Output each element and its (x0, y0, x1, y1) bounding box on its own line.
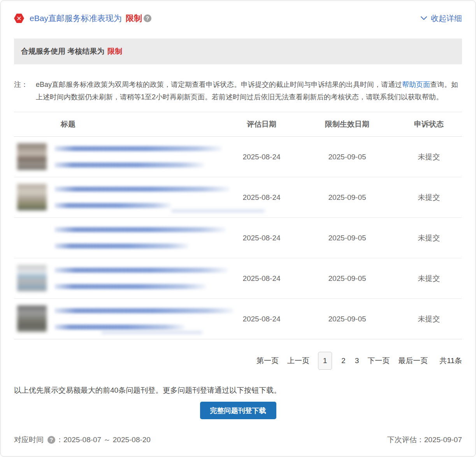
listing-title-blur-lines (54, 227, 225, 249)
bottom-bar: 对应时间 ? ： 2025-08-07 ～ 2025-08-20 下次评估：20… (14, 435, 462, 445)
panel-status-restricted: 限制 (126, 13, 142, 24)
pagination: 第一页 上一页 1 2 3 下一页 最后一页 共11条 (14, 352, 462, 370)
listing-thumbnail-blurred (17, 184, 47, 210)
period-colon: ： (56, 435, 63, 445)
table-row: 2025-08-24 2025-09-05 未提交 (14, 258, 462, 299)
appeal-status-cell: 未提交 (396, 192, 462, 203)
note-body: eBay直邮服务标准政策为双周考核的政策，请定期查看申诉状态。申诉提交的截止时间… (36, 78, 462, 103)
listing-thumbnail-blurred (17, 265, 47, 291)
pagination-page-1-current[interactable]: 1 (318, 352, 332, 370)
table-row: 2025-08-24 2025-09-05 未提交 (14, 177, 462, 218)
listing-title-redacted[interactable] (14, 258, 225, 298)
chevron-down-icon (421, 16, 427, 20)
listing-title-redacted[interactable] (14, 299, 225, 339)
help-question-icon[interactable]: ? (144, 14, 151, 22)
listing-thumbnail-blurred (17, 143, 47, 170)
download-button-row: 完整问题刊登下载 (14, 402, 462, 419)
pagination-first[interactable]: 第一页 (256, 356, 279, 366)
panel-header: ✕ eBay直邮服务标准表现为 限制 ? 收起详细 (14, 12, 462, 25)
period-help-icon[interactable]: ? (47, 436, 55, 444)
appeal-status-cell: 未提交 (396, 233, 462, 243)
collapse-detail-toggle[interactable]: 收起详细 (421, 13, 462, 24)
listing-title-redacted[interactable] (14, 177, 225, 217)
effective-date-cell: 2025-09-05 (299, 274, 396, 283)
next-evaluation: 下次评估：2025-09-07 (387, 435, 462, 445)
pagination-page-3[interactable]: 3 (355, 356, 359, 365)
listing-title-redacted[interactable] (14, 137, 225, 177)
banner-status-restricted: 限制 (107, 46, 122, 56)
pagination-prev[interactable]: 上一页 (287, 356, 309, 366)
effective-date-cell: 2025-09-05 (299, 153, 396, 161)
effective-date-cell: 2025-09-05 (299, 315, 396, 323)
violation-listings-table: 标题 评估日期 限制生效日期 申诉状态 2025-08-24 2025-09-0… (14, 112, 462, 339)
eval-date-cell: 2025-08-24 (225, 315, 299, 323)
pagination-total-count: 共11条 (439, 356, 462, 366)
column-header-title: 标题 (14, 119, 225, 129)
panel-title: eBay直邮服务标准表现为 (30, 13, 122, 24)
column-header-effective-date: 限制生效日期 (299, 119, 396, 129)
download-hint-text: 以上优先展示交易额最大的前40条问题刊登。更多问题刊登请通过以下按钮下载。 (14, 385, 462, 395)
listing-title-blur-lines (54, 187, 225, 212)
eval-date-cell: 2025-08-24 (225, 274, 299, 283)
full-report-download-button[interactable]: 完整问题刊登下载 (200, 402, 276, 419)
listing-thumbnail-blurred (17, 224, 47, 251)
appeal-status-cell: 未提交 (396, 314, 462, 324)
effective-date-cell: 2025-09-05 (299, 193, 396, 202)
table-row: 2025-08-24 2025-09-05 未提交 (14, 218, 462, 258)
column-header-appeal-status: 申诉状态 (396, 119, 462, 129)
banner-text: 合规服务使用 考核结果为 (21, 46, 104, 56)
pagination-next[interactable]: 下一页 (367, 356, 390, 366)
table-header-row: 标题 评估日期 限制生效日期 申诉状态 (14, 112, 462, 137)
assessment-period: 对应时间 ? ： 2025-08-07 ～ 2025-08-20 (14, 435, 151, 445)
period-value: 2025-08-07 ～ 2025-08-20 (63, 435, 151, 445)
listing-title-blur-lines (54, 268, 225, 289)
table-row: 2025-08-24 2025-09-05 未提交 (14, 299, 462, 339)
eval-date-cell: 2025-08-24 (225, 193, 299, 202)
listing-title-blur-lines (54, 308, 225, 334)
pagination-last[interactable]: 最后一页 (398, 356, 428, 366)
note-label: 注： (14, 78, 36, 103)
period-label: 对应时间 (14, 435, 44, 445)
next-eval-label: 下次评估： (387, 436, 424, 444)
eval-date-cell: 2025-08-24 (225, 234, 299, 242)
policy-note: 注： eBay直邮服务标准政策为双周考核的政策，请定期查看申诉状态。申诉提交的截… (14, 78, 462, 103)
next-eval-value: 2025-09-07 (424, 436, 462, 444)
help-page-link[interactable]: 帮助页面 (402, 81, 430, 88)
listing-title-blur-lines (54, 146, 225, 168)
column-header-eval-date: 评估日期 (225, 119, 299, 129)
note-text-1: eBay直邮服务标准政策为双周考核的政策，请定期查看申诉状态。申诉提交的截止时间… (36, 81, 402, 88)
table-row: 2025-08-24 2025-09-05 未提交 (14, 137, 462, 177)
appeal-status-cell: 未提交 (396, 152, 462, 162)
assessment-result-banner: 合规服务使用 考核结果为 限制 (14, 39, 462, 64)
error-badge-icon: ✕ (14, 14, 24, 23)
appeal-status-cell: 未提交 (396, 273, 462, 284)
pagination-page-2[interactable]: 2 (341, 356, 346, 365)
listing-title-redacted[interactable] (14, 218, 225, 258)
eval-date-cell: 2025-08-24 (225, 153, 299, 161)
effective-date-cell: 2025-09-05 (299, 234, 396, 242)
listing-thumbnail-blurred (17, 305, 47, 332)
compliance-panel: ✕ eBay直邮服务标准表现为 限制 ? 收起详细 合规服务使用 考核结果为 限… (0, 0, 476, 457)
collapse-detail-label: 收起详细 (431, 13, 462, 24)
